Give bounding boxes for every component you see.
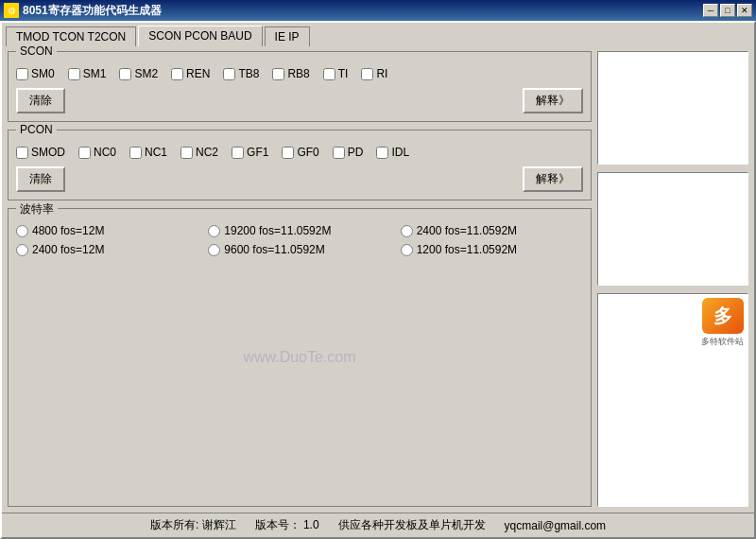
- ti-label: TI: [338, 67, 349, 80]
- sm2-checkbox[interactable]: [119, 68, 131, 80]
- version-label: 版本号：: [255, 518, 301, 531]
- rb8-checkbox[interactable]: [272, 68, 284, 80]
- right-panel: 多 多特软件站: [597, 51, 748, 507]
- baud-19200-radio[interactable]: [208, 225, 220, 237]
- pcon-nc2[interactable]: NC2: [180, 146, 218, 159]
- scon-clear-button[interactable]: 清除: [16, 88, 65, 113]
- version-value: 1.0: [303, 518, 319, 531]
- sm1-checkbox[interactable]: [68, 68, 80, 80]
- scon-button-row: 清除 解释》: [16, 88, 583, 113]
- pcon-nc0[interactable]: NC0: [78, 146, 116, 159]
- pd-label: PD: [348, 146, 364, 159]
- pcon-gf1[interactable]: GF1: [232, 146, 268, 159]
- baud-4800-12m-radio[interactable]: [16, 225, 28, 237]
- gf1-label: GF1: [247, 146, 268, 159]
- copyright-text: 版本所有: 谢辉江: [150, 518, 236, 531]
- scon-ren[interactable]: REN: [171, 67, 210, 80]
- tab-bar: TMOD TCON T2CON SCON PCON BAUD IE IP: [2, 23, 754, 45]
- baud-label: 波特率: [16, 201, 58, 217]
- status-email: yqcmail@gmail.com: [505, 519, 607, 532]
- pcon-smod[interactable]: SMOD: [16, 146, 65, 159]
- baud-9600-radio[interactable]: [208, 244, 220, 256]
- sm2-label: SM2: [134, 67, 158, 80]
- baud-1200-radio[interactable]: [401, 244, 413, 256]
- duote-icon: 多: [702, 298, 744, 334]
- ren-label: REN: [186, 67, 210, 80]
- pcon-explain-button[interactable]: 解释》: [523, 166, 583, 192]
- sm0-checkbox[interactable]: [16, 68, 28, 80]
- nc1-checkbox[interactable]: [129, 147, 142, 159]
- duote-text: 多特软件站: [701, 336, 744, 348]
- scon-group: SCON SM0 SM1 SM2: [8, 51, 592, 122]
- ri-label: RI: [376, 67, 387, 80]
- gf1-checkbox[interactable]: [232, 147, 244, 159]
- baud-19200-11[interactable]: 19200 fos=11.0592M: [208, 224, 390, 237]
- maximize-button[interactable]: □: [720, 4, 735, 17]
- pcon-idl[interactable]: IDL: [376, 146, 409, 159]
- minimize-button[interactable]: ─: [703, 4, 718, 17]
- pcon-group: PCON SMOD NC0 NC1: [8, 130, 592, 200]
- nc2-checkbox[interactable]: [180, 147, 193, 159]
- scon-rb8[interactable]: RB8: [272, 67, 309, 80]
- ri-checkbox[interactable]: [361, 68, 373, 80]
- baud-2400-11[interactable]: 2400 fos=11.0592M: [401, 224, 583, 237]
- baud-2400-11-label: 2400 fos=11.0592M: [417, 224, 517, 237]
- app-icon: ⚙: [4, 3, 19, 18]
- baud-2400-12m-radio[interactable]: [16, 244, 28, 256]
- scon-tb8[interactable]: TB8: [223, 67, 259, 80]
- left-panel: SCON SM0 SM1 SM2: [8, 51, 592, 507]
- baud-19200-label: 19200 fos=11.0592M: [224, 224, 331, 237]
- smod-checkbox[interactable]: [16, 147, 28, 159]
- baud-grid: 4800 fos=12M 19200 fos=11.0592M 2400 fos…: [16, 224, 583, 256]
- scon-label: SCON: [16, 44, 57, 58]
- rb8-label: RB8: [287, 67, 309, 80]
- pcon-pd[interactable]: PD: [333, 146, 364, 159]
- scon-sm0[interactable]: SM0: [16, 67, 55, 80]
- idl-checkbox[interactable]: [376, 147, 388, 159]
- idl-label: IDL: [391, 146, 409, 159]
- nc0-checkbox[interactable]: [78, 147, 91, 159]
- close-button[interactable]: ✕: [737, 4, 752, 17]
- gf0-checkbox[interactable]: [282, 147, 294, 159]
- baud-4800-12m[interactable]: 4800 fos=12M: [16, 224, 198, 237]
- scon-output-box: [597, 51, 748, 165]
- gf0-label: GF0: [297, 146, 318, 159]
- tab-tmod[interactable]: TMOD TCON T2CON: [6, 26, 136, 46]
- pd-checkbox[interactable]: [333, 147, 345, 159]
- tb8-label: TB8: [238, 67, 259, 80]
- scon-sm1[interactable]: SM1: [68, 67, 107, 80]
- title-bar: ⚙ 8051寄存器功能代码生成器 ─ □ ✕: [0, 0, 756, 21]
- baud-4800-12m-label: 4800 fos=12M: [32, 224, 104, 237]
- status-bar: 版本所有: 谢辉江 版本号： 1.0 供应各种开发板及单片机开发 yqcmail…: [2, 513, 754, 537]
- pcon-gf0[interactable]: GF0: [282, 146, 318, 159]
- tab-ieip[interactable]: IE IP: [265, 26, 310, 46]
- scon-checkbox-row: SM0 SM1 SM2 REN: [16, 67, 583, 80]
- pcon-nc1[interactable]: NC1: [129, 146, 167, 159]
- window-controls: ─ □ ✕: [703, 4, 752, 17]
- pcon-label: PCON: [16, 123, 57, 136]
- main-window: TMOD TCON T2CON SCON PCON BAUD IE IP SCO…: [0, 21, 756, 539]
- tb8-checkbox[interactable]: [223, 68, 235, 80]
- baud-2400-11-radio[interactable]: [401, 225, 413, 237]
- baud-1200-11[interactable]: 1200 fos=11.0592M: [401, 243, 583, 256]
- sm1-label: SM1: [83, 67, 107, 80]
- ren-checkbox[interactable]: [171, 68, 183, 80]
- scon-ti[interactable]: TI: [323, 67, 349, 80]
- ti-checkbox[interactable]: [323, 68, 335, 80]
- nc1-label: NC1: [145, 146, 167, 159]
- tab-scon[interactable]: SCON PCON BAUD: [138, 26, 262, 46]
- scon-sm2[interactable]: SM2: [119, 67, 158, 80]
- baud-output-box: 多 多特软件站: [597, 293, 748, 507]
- baud-section: 波特率 4800 fos=12M 19200 fos=11.0592M 2400…: [8, 208, 592, 507]
- scon-ri[interactable]: RI: [361, 67, 387, 80]
- baud-1200-label: 1200 fos=11.0592M: [417, 243, 517, 256]
- scon-explain-button[interactable]: 解释》: [523, 88, 583, 113]
- baud-9600-11[interactable]: 9600 fos=11.0592M: [208, 243, 390, 256]
- baud-2400-12m[interactable]: 2400 fos=12M: [16, 243, 198, 256]
- pcon-clear-button[interactable]: 清除: [16, 166, 65, 192]
- nc0-label: NC0: [94, 146, 116, 159]
- content-area: SCON SM0 SM1 SM2: [2, 45, 754, 513]
- baud-2400-12m-label: 2400 fos=12M: [32, 243, 104, 256]
- status-version: 版本号： 1.0: [255, 517, 319, 533]
- watermark: www.DuoTe.com: [243, 349, 355, 366]
